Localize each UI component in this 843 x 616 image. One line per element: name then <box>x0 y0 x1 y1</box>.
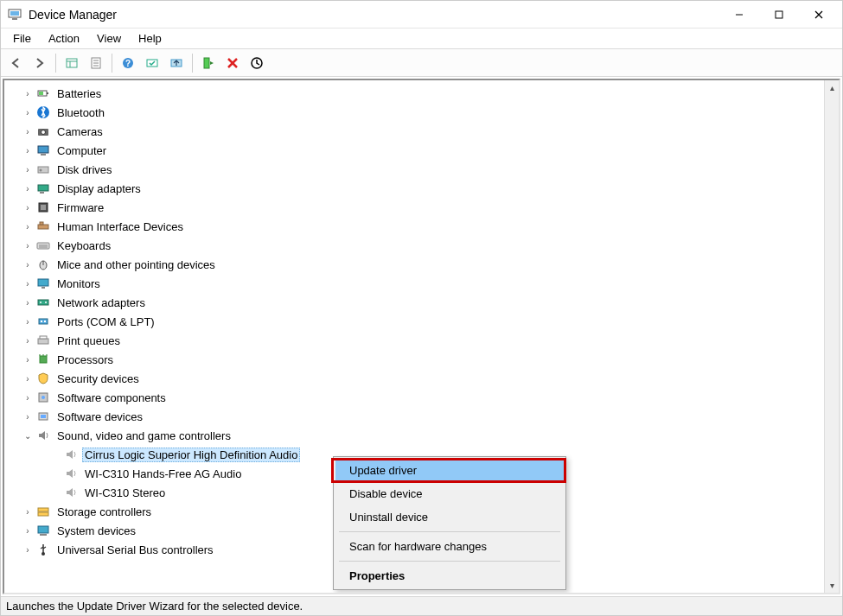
chevron-right-icon[interactable] <box>22 526 34 536</box>
chevron-right-icon[interactable] <box>22 165 34 175</box>
tree-item-software-components[interactable]: Software components <box>4 388 824 407</box>
tree-item-display-adapters[interactable]: Display adapters <box>4 179 824 198</box>
scan-hardware-button[interactable] <box>141 52 163 74</box>
context-menu: Update driver Disable device Uninstall d… <box>333 456 566 590</box>
speaker-icon <box>35 428 51 443</box>
context-update-driver[interactable]: Update driver <box>335 459 564 482</box>
svg-rect-50 <box>44 321 46 322</box>
context-properties[interactable]: Properties <box>335 564 564 587</box>
tree-item-bluetooth[interactable]: Bluetooth <box>4 103 824 122</box>
svg-rect-52 <box>40 336 47 339</box>
chevron-right-icon[interactable] <box>22 260 34 270</box>
chevron-down-icon[interactable] <box>22 431 34 441</box>
menu-view[interactable]: View <box>88 30 130 47</box>
printer-icon <box>35 333 51 348</box>
tree-item-computer[interactable]: Computer <box>4 141 824 160</box>
chevron-right-icon[interactable] <box>22 298 34 308</box>
tree-label: Display adapters <box>54 181 144 196</box>
svg-rect-64 <box>40 534 47 536</box>
scroll-up-icon[interactable]: ▴ <box>825 80 839 95</box>
forward-button[interactable] <box>29 52 51 74</box>
display-adapter-icon <box>35 181 51 196</box>
vertical-scrollbar[interactable]: ▴ ▾ <box>824 80 839 593</box>
svg-rect-18 <box>204 58 209 68</box>
chevron-right-icon[interactable] <box>22 374 34 384</box>
chevron-right-icon[interactable] <box>22 317 34 327</box>
menu-action[interactable]: Action <box>40 30 88 47</box>
chevron-right-icon[interactable] <box>22 545 34 555</box>
menu-file[interactable]: File <box>4 30 40 47</box>
chevron-right-icon[interactable] <box>22 222 34 232</box>
context-uninstall-device[interactable]: Uninstall device <box>335 505 564 529</box>
toolbar-separator <box>55 54 56 73</box>
svg-point-31 <box>40 169 42 172</box>
context-scan-hardware[interactable]: Scan for hardware changes <box>335 535 564 558</box>
chevron-right-icon[interactable] <box>22 241 34 251</box>
main-content: Batteries Bluetooth Cameras Computer Dis… <box>3 79 840 594</box>
svg-rect-49 <box>41 321 42 322</box>
chevron-right-icon[interactable] <box>22 108 34 117</box>
tree-label: WI-C310 Hands-Free AG Audio <box>82 467 244 481</box>
minimize-button[interactable] <box>719 2 759 28</box>
speaker-icon <box>63 447 79 462</box>
tree-item-firmware[interactable]: Firmware <box>4 198 824 217</box>
menu-bar: File Action View Help <box>1 29 842 49</box>
show-hide-tree-button[interactable] <box>61 52 83 74</box>
svg-rect-32 <box>38 185 48 191</box>
svg-rect-33 <box>40 192 44 194</box>
close-button[interactable] <box>799 2 839 28</box>
back-button[interactable] <box>4 52 27 74</box>
tree-label: Print queues <box>54 333 123 348</box>
svg-rect-37 <box>40 222 43 225</box>
keyboard-icon <box>35 238 51 253</box>
properties-button[interactable] <box>85 52 107 74</box>
scroll-down-icon[interactable]: ▾ <box>825 578 839 593</box>
chevron-right-icon[interactable] <box>22 336 34 346</box>
tree-item-disk-drives[interactable]: Disk drives <box>4 160 824 179</box>
chevron-right-icon[interactable] <box>22 412 34 422</box>
tree-item-monitors[interactable]: Monitors <box>4 274 824 293</box>
context-disable-device[interactable]: Disable device <box>335 482 564 505</box>
chevron-right-icon[interactable] <box>22 507 34 517</box>
chevron-right-icon[interactable] <box>22 146 34 156</box>
uninstall-button[interactable] <box>221 52 244 74</box>
svg-rect-43 <box>38 279 48 286</box>
maximize-button[interactable] <box>759 2 799 28</box>
tree-item-keyboards[interactable]: Keyboards <box>4 236 824 255</box>
tree-item-software-devices[interactable]: Software devices <box>4 407 824 426</box>
svg-rect-28 <box>38 146 48 153</box>
hid-icon <box>35 219 51 234</box>
tree-item-batteries[interactable]: Batteries <box>4 84 824 103</box>
network-icon <box>35 295 51 310</box>
tree-label: Firmware <box>54 200 106 215</box>
menu-help[interactable]: Help <box>130 30 170 47</box>
enable-button[interactable] <box>197 52 220 74</box>
tree-item-ports[interactable]: Ports (COM & LPT) <box>4 312 824 331</box>
disable-button[interactable] <box>246 52 268 74</box>
tree-item-print-queues[interactable]: Print queues <box>4 331 824 350</box>
tree-label: Network adapters <box>54 295 148 310</box>
tree-item-processors[interactable]: Processors <box>4 350 824 369</box>
chevron-right-icon[interactable] <box>22 89 34 98</box>
tree-item-security[interactable]: Security devices <box>4 369 824 388</box>
context-separator <box>339 531 560 532</box>
battery-icon <box>35 86 51 101</box>
tree-item-cameras[interactable]: Cameras <box>4 122 824 141</box>
tree-item-sound[interactable]: Sound, video and game controllers <box>4 426 824 445</box>
chevron-right-icon[interactable] <box>22 279 34 289</box>
tree-item-hid[interactable]: Human Interface Devices <box>4 217 824 236</box>
tree-item-network[interactable]: Network adapters <box>4 293 824 312</box>
processor-icon <box>35 352 51 367</box>
port-icon <box>35 314 51 329</box>
chevron-right-icon[interactable] <box>22 355 34 365</box>
chevron-right-icon[interactable] <box>22 393 34 403</box>
tree-item-mice[interactable]: Mice and other pointing devices <box>4 255 824 274</box>
update-driver-button[interactable] <box>165 52 188 74</box>
chevron-right-icon[interactable] <box>22 127 34 137</box>
tree-label: System devices <box>54 524 138 538</box>
chevron-right-icon[interactable] <box>22 203 34 213</box>
svg-point-27 <box>42 130 46 135</box>
chevron-right-icon[interactable] <box>22 184 34 194</box>
bluetooth-icon <box>35 105 51 120</box>
help-button[interactable]: ? <box>117 52 139 74</box>
